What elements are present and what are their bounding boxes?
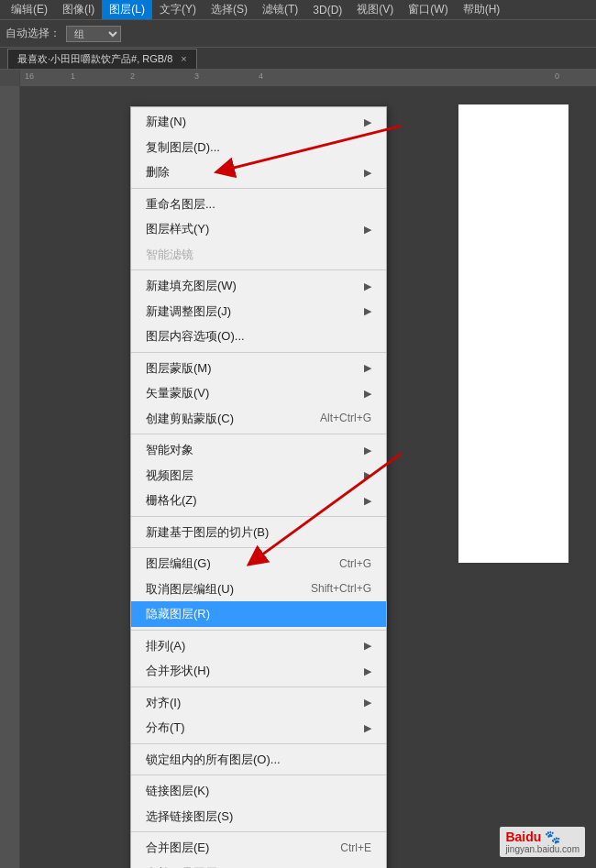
ruler-area: 16 1 2 3 4 0 [0,70,596,86]
menu-item-vector-mask[interactable]: 矢量蒙版(V) ▶ [131,380,386,406]
menu-item-new-slice[interactable]: 新建基于图层的切片(B) [131,520,386,545]
canvas-area: 新建(N) ▶ 复制图层(D)... 删除 ▶ 重命名图层... 图层样式(Y)… [20,86,596,868]
menu-view[interactable]: 视图(V) [349,0,401,19]
menu-item-duplicate[interactable]: 复制图层(D)... [131,135,386,160]
separator-5 [131,516,386,517]
menu-item-clipping-mask[interactable]: 创建剪贴蒙版(C) Alt+Ctrl+G [131,406,386,432]
menu-3d[interactable]: 3D(D) [305,0,349,19]
menu-bar: 编辑(E) 图像(I) 图层(L) 文字(Y) 选择(S) 滤镜(T) 3D(D… [0,0,596,20]
menu-item-layer-style[interactable]: 图层样式(Y) ▶ [131,216,386,242]
menu-item-rename[interactable]: 重命名图层... [131,192,386,217]
separator-11 [131,831,386,832]
menu-item-fill-layer[interactable]: 新建填充图层(W) ▶ [131,273,386,299]
menu-image[interactable]: 图像(I) [55,0,102,19]
separator-2 [131,269,386,270]
menu-item-distribute[interactable]: 分布(T) ▶ [131,715,386,741]
menu-filter[interactable]: 滤镜(T) [255,0,305,19]
menu-item-lock-all[interactable]: 锁定组内的所有图层(O)... [131,747,386,773]
watermark: Baidu 🐾 jingyan.baidu.com [500,827,585,857]
baidu-url: jingyan.baidu.com [505,844,579,854]
menu-item-adjustment-layer[interactable]: 新建调整图层(J) ▶ [131,299,386,324]
menu-select[interactable]: 选择(S) [204,0,255,19]
separator-3 [131,352,386,353]
toolbar: 自动选择： 组 图层 [0,20,596,48]
main-area: 新建(N) ▶ 复制图层(D)... 删除 ▶ 重命名图层... 图层样式(Y)… [0,86,596,868]
ruler-corner [0,70,20,86]
menu-window[interactable]: 窗口(W) [401,0,455,19]
menu-item-layer-mask[interactable]: 图层蒙版(M) ▶ [131,356,386,381]
menu-item-group-layers[interactable]: 图层编组(G) Ctrl+G [131,551,386,577]
menu-help[interactable]: 帮助(H) [456,0,508,19]
tab-bar: 最喜欢·小田田嚼款饮产品#, RGB/8 × [0,48,596,70]
baidu-logo: Baidu 🐾 [505,830,579,844]
menu-item-new[interactable]: 新建(N) ▶ [131,109,386,135]
menu-item-link-layers[interactable]: 链接图层(K) [131,778,386,804]
separator-10 [131,775,386,775]
menu-item-content-options[interactable]: 图层内容选项(O)... [131,324,386,349]
document-tab[interactable]: 最喜欢·小田田嚼款饮产品#, RGB/8 × [7,49,197,69]
tab-label: 最喜欢·小田田嚼款饮产品#, RGB/8 [17,53,172,64]
toolbar-group-select[interactable]: 组 图层 [66,26,121,42]
menu-item-arrange[interactable]: 排列(A) ▶ [131,633,386,659]
menu-item-hide-layer[interactable]: 隐藏图层(R) [131,601,386,627]
menu-item-merge-visible[interactable]: 合并可见图层 Shift+Ctrl+E [131,861,386,869]
document-canvas [458,104,568,563]
menu-item-smart-filter: 智能滤镜 [131,242,386,268]
menu-item-delete[interactable]: 删除 ▶ [131,159,386,185]
menu-edit[interactable]: 编辑(E) [4,0,55,19]
menu-item-ungroup-layers[interactable]: 取消图层编组(U) Shift+Ctrl+G [131,577,386,602]
separator-6 [131,547,386,548]
menu-item-align[interactable]: 对齐(I) ▶ [131,690,386,716]
tab-close[interactable]: × [181,53,186,64]
menu-item-merge-shape[interactable]: 合并形状(H) ▶ [131,658,386,684]
menu-layer[interactable]: 图层(L) [102,0,152,19]
menu-text[interactable]: 文字(Y) [152,0,204,19]
menu-item-rasterize[interactable]: 栅格化(Z) ▶ [131,488,386,513]
menu-item-merge-layers[interactable]: 合并图层(E) Ctrl+E [131,835,386,861]
baidu-logo-text: Bai [505,830,525,844]
menu-item-video-layer[interactable]: 视频图层 ▶ [131,463,386,489]
ruler-horizontal: 16 1 2 3 4 0 [20,70,596,86]
separator-9 [131,743,386,744]
separator-7 [131,630,386,631]
separator-4 [131,434,386,434]
ruler-vertical [0,86,20,868]
menu-item-smart-object[interactable]: 智能对象 ▶ [131,437,386,463]
layer-dropdown-menu: 新建(N) ▶ 复制图层(D)... 删除 ▶ 重命名图层... 图层样式(Y)… [130,106,387,868]
separator-1 [131,188,386,189]
toolbar-auto-select-label: 自动选择： [6,26,61,41]
menu-item-select-linked[interactable]: 选择链接图层(S) [131,804,386,830]
separator-8 [131,687,386,687]
